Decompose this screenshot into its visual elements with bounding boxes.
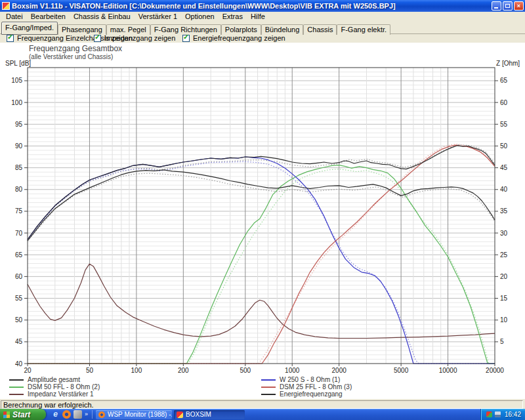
boxsim-icon [177,411,183,418]
svg-text:20: 20 [24,367,32,374]
checkbox-box: ✓ [7,35,14,42]
tab-b-ndelung[interactable]: Bündelung [261,24,304,35]
tray-icon-1[interactable] [486,411,492,417]
taskbar: Start e» WSP Monitor (1988) -...BOXSIM 1… [0,409,525,420]
svg-text:20: 20 [500,273,508,280]
checkbox-label: Energiefrequenzgang zeigen [193,34,285,42]
legend-label: DSM 25 FFL - 8 Ohm (3) [280,383,352,390]
svg-text:105: 105 [11,77,22,84]
menu-item-hilfe[interactable]: Hilfe [247,12,269,22]
tab-f-gang-imped-[interactable]: F-Gang/Imped. [1,22,58,35]
task-button-boxsim[interactable]: BOXSIM [174,410,245,419]
series-w250s [28,157,495,364]
restore-button[interactable] [503,1,513,10]
legend-label: Impedanz Verstärker 1 [28,390,94,398]
window-controls: × [492,1,524,10]
svg-text:65: 65 [500,77,508,84]
title-bar[interactable]: Boxsim V1.11b - VISATON-Edition [C:\Doku… [0,0,525,12]
svg-text:500: 500 [240,367,251,374]
tab-strip: F-Gang/Imped.Phasengangmax. PegelF-Gang … [0,22,525,34]
svg-text:10: 10 [500,316,508,324]
svg-text:50: 50 [500,142,508,150]
svg-text:65: 65 [15,251,23,259]
svg-text:85: 85 [15,164,23,171]
close-button[interactable]: × [514,1,524,10]
legend-swatch-energie [261,394,276,395]
svg-text:100: 100 [131,367,142,374]
legend-swatch-impedanz [9,394,24,395]
menu-bar: DateiBearbeitenChassis & EinbauVerstärke… [0,12,525,22]
svg-text:90: 90 [15,142,23,150]
start-label: Start [12,410,30,419]
checkbox-impedanzgang-zeigen[interactable]: ✓Impedanzgang zeigen [94,34,175,42]
tab-polarplots[interactable]: Polarplots [221,24,261,35]
svg-text:5: 5 [500,338,504,345]
overflow-chevron[interactable]: » [85,410,88,419]
legend-item-amplitude: Amplitude gesamt [9,376,100,383]
menu-item-verst-rker-1[interactable]: Verstärker 1 [135,12,181,22]
svg-text:50: 50 [15,316,23,324]
checkbox-energiefrequenzgang-zeigen[interactable]: ✓Energiefrequenzgang zeigen [182,34,285,42]
menu-item-optionen[interactable]: Optionen [181,12,219,22]
svg-text:45: 45 [15,338,23,345]
tab-max-pegel[interactable]: max. Pegel [106,24,150,35]
close-icon: × [514,2,523,10]
legend-item-dsm50: DSM 50 FFL - 8 Ohm (2) [9,383,100,390]
svg-text:10000: 10000 [439,367,457,374]
svg-text:200: 200 [178,367,189,374]
window-title: Boxsim V1.11b - VISATON-Edition [C:\Doku… [12,2,396,10]
firefox-icon[interactable] [62,410,71,419]
tab-chassis[interactable]: Chassis [303,24,337,35]
start-button[interactable]: Start [0,409,46,420]
legend-label: W 250 S - 8 Ohm (1) [280,376,340,383]
svg-text:1000: 1000 [285,367,300,374]
svg-text:40: 40 [15,360,23,368]
legend-label: Energiefrequenzgang [280,390,343,398]
legend-swatch-dsm50 [9,387,24,388]
firefox-icon [98,411,105,418]
svg-text:55: 55 [15,295,23,302]
legend-swatch-dsm25 [261,387,276,388]
series-dsm25 [28,145,495,364]
svg-text:60: 60 [15,273,23,280]
legend-item-impedanz: Impedanz Verstärker 1 [9,390,100,398]
tab-f-gang-elektr-[interactable]: F-Gang elektr. [337,24,390,35]
svg-text:70: 70 [15,230,23,237]
svg-text:45: 45 [500,164,508,171]
svg-text:40: 40 [500,186,508,193]
restore-icon [505,4,510,8]
legend-swatch-amplitude [9,379,24,381]
series-dsm50 [28,165,495,364]
frequency-response-plot: 1051009590858075706560555045406560555045… [0,43,525,398]
tray-icon-2[interactable] [495,411,501,417]
task-button-wsp-monitor-1988-[interactable]: WSP Monitor (1988) -... [96,410,172,419]
minimize-icon [494,7,498,9]
svg-text:50: 50 [86,367,94,374]
legend-item-dsm25: DSM 25 FFL - 8 Ohm (3) [261,383,352,390]
left-axis-title: SPL [dB] [5,60,31,67]
task-label: BOXSIM [186,411,211,418]
taskbar-clock: 16:42 [505,411,521,418]
svg-text:2000: 2000 [332,367,347,374]
legend-right: W 250 S - 8 Ohm (1)DSM 25 FFL - 8 Ohm (3… [261,376,352,398]
status-bar: Berechnung war erfolgreich. [0,398,525,410]
svg-text:20000: 20000 [486,367,504,374]
menu-item-bearbeiten[interactable]: Bearbeiten [27,12,70,22]
checkbox-box: ✓ [182,35,190,42]
svg-text:75: 75 [15,207,23,215]
ie-icon[interactable]: e [51,410,60,419]
chart-subtitle: (alle Verstärker und Chassis) [29,53,113,60]
task-buttons: WSP Monitor (1988) -...BOXSIM [93,410,480,419]
menu-item-extras[interactable]: Extras [219,12,247,22]
status-text: Berechnung war erfolgreich. [3,401,94,409]
boxsim-window: Boxsim V1.11b - VISATON-Edition [C:\Doku… [0,0,525,420]
svg-text:95: 95 [15,121,23,128]
minimize-button[interactable] [492,1,501,10]
checkbox-row: ✓Frequenzgang Einzelchassis zeigen✓Imped… [0,34,525,43]
check-mark-icon: ✓ [94,33,100,41]
menu-item-chassis-einbau[interactable]: Chassis & Einbau [70,12,135,22]
media-icon[interactable] [74,410,82,419]
quick-launch-bar: e» [46,410,93,419]
svg-text:25: 25 [500,251,508,259]
menu-item-datei[interactable]: Datei [2,12,27,22]
